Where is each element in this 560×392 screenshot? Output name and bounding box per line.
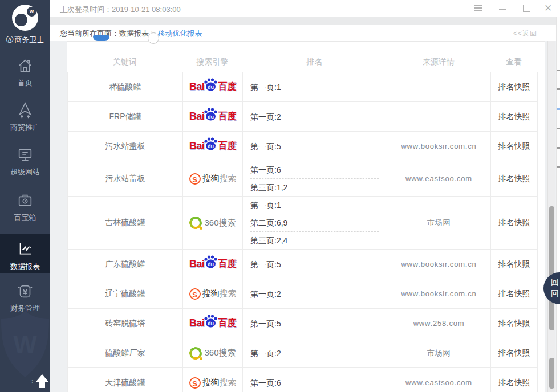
sidebar-item-website[interactable]: 超级网站 — [0, 146, 50, 177]
shield-watermark: W — [0, 308, 54, 382]
rank-line: 第一页:2 — [250, 345, 379, 362]
360-ring-icon — [189, 217, 202, 229]
ranking-snapshot-link[interactable]: 排名快照 — [498, 348, 530, 358]
baidu-logo: Baidu百度 — [189, 255, 237, 273]
sidebar-item-promotion[interactable]: 商贸推广 — [0, 101, 50, 133]
sidebar-item-reports[interactable]: 数据报表 — [0, 234, 50, 273]
rank-line: 第一页:2 — [250, 108, 379, 125]
rank-line: 第三页:2,4 — [250, 231, 379, 249]
background-window-sliver — [556, 17, 560, 392]
report-type-toggle-unselected[interactable] — [148, 32, 159, 44]
sogou-s-icon: S — [189, 377, 201, 389]
keyword-text: 污水站盖板 — [105, 141, 145, 152]
360-ring-icon — [189, 347, 202, 360]
minimize-icon[interactable] — [498, 4, 508, 13]
ranking-table: 关键词搜索引擎排名来源详情查看 稀硫酸罐 Baidu百度 第一页:1 排名快照 … — [67, 52, 538, 392]
close-icon[interactable]: ✕ — [543, 4, 553, 13]
source-text: www.booksir.com.cn — [401, 289, 476, 298]
rank-cell: 第一页:6第三页:1,2 — [243, 161, 387, 196]
last-login-text: 上次登录时间：2019-10-21 08:03:00 — [60, 5, 181, 15]
ranking-snapshot-link[interactable]: 排名快照 — [498, 378, 530, 388]
svg-text:du: du — [208, 144, 214, 149]
source-text: www.eastsoo.com — [405, 378, 472, 387]
baidu-paw-icon: du — [204, 314, 218, 328]
column-header: 关键词 — [67, 52, 182, 72]
sogou-logo: S搜狗搜索 — [189, 377, 237, 389]
rank-line: 第二页:6,9 — [250, 214, 379, 231]
column-header: 查看 — [490, 52, 537, 72]
rank-cell: 第一页:1第二页:6,9第三页:2,4 — [243, 197, 387, 249]
table-row: 广东硫酸罐 Baidu百度 第一页:5 www.booksir.com.cn 排… — [67, 250, 538, 279]
titlebar: 上次登录时间：2019-10-21 08:03:00 ✕ — [50, 0, 560, 17]
ranking-snapshot-link[interactable]: 排名快照 — [498, 218, 530, 228]
table-row: 砖窑脱硫塔 Baidu百度 第一页:5 www.258.com 排名快照 — [67, 309, 538, 338]
sidebar-item-home[interactable]: 首页 — [0, 57, 50, 88]
table-row: FRP储罐 Baidu百度 第一页:2 排名快照 — [67, 102, 538, 132]
source-text: 市场网 — [427, 348, 451, 358]
breadcrumb-current-link[interactable]: 移动优化报表 — [158, 29, 202, 38]
engine-logo-cell: Baidu百度 — [183, 72, 243, 101]
ranking-snapshot-link[interactable]: 排名快照 — [498, 318, 530, 329]
table-row: 辽宁硫酸罐 S搜狗搜索 第一页:2 www.booksir.com.cn 排名快… — [67, 279, 538, 309]
maximize-icon[interactable] — [522, 4, 533, 13]
rank-line: 第三页:1,2 — [250, 178, 379, 196]
brand-icon: Ⓐ — [6, 35, 14, 44]
source-text: www.booksir.com.cn — [401, 260, 476, 268]
svg-text:du: du — [208, 84, 214, 90]
breadcrumb: 您当前所在页面：数据报表>移动优化报表 <<返回 — [50, 25, 556, 41]
float-button-icon: 回 — [549, 278, 560, 286]
rank-cell: 第一页:5 — [243, 250, 387, 279]
source-text: 市场网 — [427, 218, 451, 228]
ranking-snapshot-link[interactable]: 排名快照 — [498, 112, 530, 122]
source-text: www.258.com — [413, 319, 465, 328]
ranking-snapshot-link[interactable]: 排名快照 — [498, 174, 530, 184]
ranking-snapshot-link[interactable]: 排名快照 — [498, 289, 530, 299]
rank-line: 第一页:6 — [250, 161, 379, 178]
sidebar-item-label: 商贸推广 — [0, 122, 50, 133]
engine-logo-cell: S搜狗搜索 — [183, 368, 243, 392]
menu-icon[interactable] — [473, 4, 484, 13]
engine-logo-cell: 360搜索 — [183, 197, 243, 249]
scrollbar-thumb[interactable] — [549, 206, 554, 330]
source-text: www.booksir.com.cn — [401, 142, 476, 150]
logo-badge: w — [27, 7, 36, 17]
column-header: 搜索引擎 — [182, 52, 242, 72]
table-header-row: 关键词搜索引擎排名来源详情查看 — [67, 52, 537, 72]
rank-cell: 第一页:1 — [243, 72, 387, 101]
ranking-snapshot-link[interactable]: 排名快照 — [498, 259, 530, 270]
rank-line: 第一页:6 — [250, 374, 379, 391]
keyword-text: 硫酸罐厂家 — [105, 348, 145, 358]
sidebar-item-toolbox[interactable]: 百宝箱 — [0, 191, 50, 223]
engine-logo-cell: Baidu百度 — [183, 309, 243, 338]
back-link[interactable]: <<返回 — [513, 29, 537, 39]
baidu-paw-icon: du — [204, 107, 218, 121]
rank-line: 第一页:1 — [250, 79, 379, 96]
sidebar-item-label: 超级网站 — [0, 167, 50, 177]
360-logo: 360搜索 — [189, 347, 236, 360]
sidebar: w Ⓐ商务卫士 首页 商贸推广 超级网 — [0, 0, 50, 392]
baidu-paw-icon: du — [204, 137, 218, 151]
keyword-text: 污水站盖板 — [105, 174, 145, 184]
app-logo: w — [12, 5, 38, 31]
ranking-snapshot-link[interactable]: 排名快照 — [498, 82, 530, 92]
home-icon — [16, 57, 34, 75]
keyword-text: FRP储罐 — [109, 112, 141, 122]
keyword-text: 砖窑脱硫塔 — [105, 318, 145, 329]
table-row: 硫酸罐厂家 360搜索 第一页:2 市场网 排名快照 — [67, 338, 538, 368]
rank-cell: 第一页:2 — [243, 338, 387, 368]
rank-line: 第一页:2 — [250, 285, 379, 303]
rank-cell: 第一页:2 — [243, 279, 387, 308]
rank-line: 第一页:5 — [250, 315, 379, 332]
ranking-snapshot-link[interactable]: 排名快照 — [498, 141, 530, 152]
report-panel: 关键词搜索引擎排名来源详情查看 稀硫酸罐 Baidu百度 第一页:1 排名快照 … — [67, 41, 545, 392]
svg-text:du: du — [208, 321, 214, 326]
rank-line: 第一页:5 — [250, 256, 379, 273]
baidu-paw-icon: du — [204, 255, 218, 269]
baidu-logo: Baidu百度 — [189, 77, 237, 96]
float-button-icon: 回 — [549, 289, 560, 297]
report-type-toggle-selected[interactable] — [93, 35, 109, 41]
scrollbar-thumb-bottom[interactable] — [549, 358, 554, 389]
scroll-up-arrow[interactable] — [36, 374, 48, 388]
breadcrumb-section: 数据报表 — [119, 29, 149, 38]
engine-logo-cell: Baidu百度 — [183, 132, 243, 161]
